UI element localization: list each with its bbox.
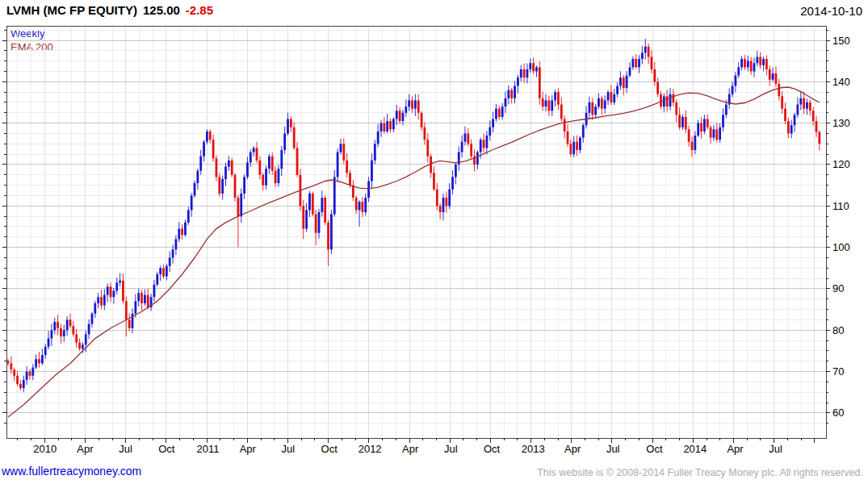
candle-body	[619, 77, 622, 86]
footer-site-link[interactable]: www.fullertreacymoney.com	[2, 465, 141, 478]
x-axis-label: Jul	[119, 443, 132, 455]
candle-body	[333, 177, 336, 214]
candle-body	[359, 202, 361, 210]
candle-body	[756, 57, 758, 64]
candle-body	[772, 73, 774, 80]
candle-body	[775, 73, 778, 84]
candle-body	[128, 319, 131, 328]
candle-body	[13, 369, 15, 376]
candle-body	[258, 161, 261, 175]
candle-body	[82, 344, 84, 348]
candle-body	[243, 177, 245, 194]
candle-body	[23, 380, 25, 388]
candle-body	[784, 109, 786, 121]
candle-body	[557, 92, 560, 104]
chart-window: LVMH (MC FP EQUITY)125.00-2.85 2014-10-1…	[0, 0, 868, 484]
candle-body	[464, 133, 467, 141]
candle-body	[97, 297, 99, 303]
candle-body	[660, 94, 662, 106]
y-axis-label: 150	[832, 35, 850, 47]
candle-body	[517, 77, 519, 86]
x-axis-label: Jul	[444, 443, 458, 455]
candle-body	[644, 47, 647, 53]
candle-body	[551, 100, 553, 111]
candle-body	[732, 86, 734, 94]
candle-body	[231, 161, 233, 175]
candle-body	[380, 123, 383, 131]
candle-body	[134, 301, 136, 313]
candle-body	[308, 194, 311, 211]
y-axis-label: 80	[832, 324, 844, 336]
candle-body	[635, 59, 637, 67]
candle-body	[85, 334, 87, 344]
candle-body	[694, 136, 696, 150]
candle-body	[638, 59, 640, 67]
candle-body	[653, 69, 656, 81]
candle-body	[744, 59, 746, 67]
candle-body	[94, 303, 96, 314]
candle-body	[91, 314, 94, 324]
candle-body	[710, 127, 712, 138]
candle-body	[778, 84, 780, 96]
candle-body	[535, 67, 538, 71]
candle-body	[591, 102, 593, 115]
x-axis-label: Jul	[606, 443, 620, 455]
candle-body	[740, 59, 743, 67]
candle-body	[218, 177, 220, 194]
candle-body	[69, 319, 72, 326]
x-axis-label: Apr	[402, 443, 419, 455]
candle-body	[283, 133, 286, 150]
plot-border	[6, 26, 826, 438]
candle-body	[100, 297, 103, 305]
candle-body	[405, 106, 407, 113]
candle-body	[342, 144, 345, 161]
candle-body	[809, 102, 811, 111]
candle-body	[262, 175, 264, 186]
x-axis-label: Oct	[646, 443, 663, 455]
candle-body	[451, 177, 454, 189]
candle-body	[433, 173, 435, 190]
candle-body	[386, 121, 388, 131]
x-axis-label: Jul	[769, 443, 782, 455]
candle-body	[799, 98, 802, 105]
candle-body	[598, 98, 600, 106]
candle-body	[414, 100, 417, 108]
candle-body	[626, 76, 628, 88]
x-axis-label: 2011	[197, 443, 220, 455]
candle-body	[673, 94, 675, 102]
candle-body	[249, 152, 252, 163]
candle-body	[367, 182, 370, 198]
candle-body	[567, 131, 569, 144]
candle-body	[678, 115, 681, 127]
candle-body	[787, 121, 790, 133]
candle-body	[346, 161, 348, 173]
x-axis-label: Apr	[727, 443, 744, 455]
candle-body	[184, 223, 187, 235]
candle-body	[510, 90, 513, 98]
candle-body	[523, 69, 526, 77]
candle-body	[669, 94, 672, 106]
candle-body	[153, 285, 156, 297]
candle-body	[181, 229, 183, 236]
candle-body	[489, 127, 491, 136]
candle-body	[700, 123, 702, 131]
candle-body	[166, 266, 168, 277]
candle-body	[737, 67, 740, 75]
candle-body	[498, 109, 501, 117]
candle-body	[110, 286, 112, 297]
candle-body	[271, 156, 274, 171]
candle-body	[268, 156, 270, 169]
candle-body	[631, 59, 634, 67]
candle-body	[402, 113, 405, 121]
candle-body	[560, 105, 563, 119]
candle-body	[312, 194, 314, 215]
candle-body	[486, 136, 489, 148]
candle-body	[722, 115, 724, 127]
x-axis-label: Jul	[282, 443, 296, 455]
candle-body	[747, 61, 749, 68]
candle-body	[470, 144, 472, 156]
candle-body	[569, 144, 572, 154]
x-axis-label: Oct	[321, 443, 338, 455]
candle-body	[594, 106, 597, 115]
candle-body	[7, 361, 10, 363]
